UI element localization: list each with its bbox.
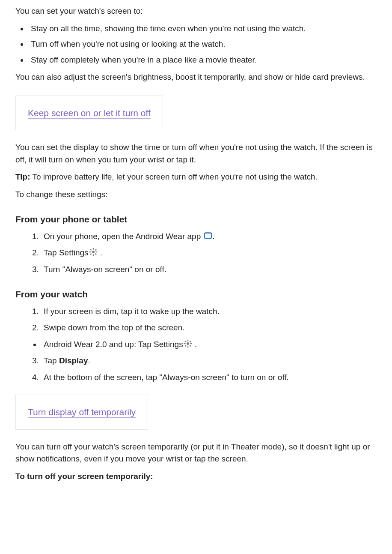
phone-steps: On your phone, open the Android Wear app… (15, 231, 377, 276)
list-item: Turn off when you're not using or lookin… (28, 38, 377, 51)
list-item: At the bottom of the screen, tap "Always… (41, 371, 377, 384)
list-item: If your screen is dim, tap it to wake up… (41, 305, 377, 318)
watch-inner-bullet: Android Wear 2.0 and up: Tap Settings . (15, 338, 377, 351)
list-item: Swipe down from the top of the screen. (41, 322, 377, 334)
svg-rect-2 (92, 248, 93, 250)
keep-screen-link[interactable]: Keep screen on or let it turn off (28, 108, 151, 119)
gear-icon (183, 339, 193, 348)
turn-display-off-link[interactable]: Turn display off temporarily (28, 407, 136, 418)
svg-rect-16 (189, 344, 191, 346)
list-item: Stay off completely when you're in a pla… (28, 54, 377, 66)
step-text-bold: Display (59, 356, 88, 365)
step-text: Tap Settings (44, 248, 89, 257)
step-text-post: . (213, 232, 215, 241)
from-watch-heading: From your watch (15, 287, 377, 301)
android-wear-icon (203, 231, 213, 240)
tip-text: To improve battery life, let your screen… (30, 172, 317, 181)
svg-rect-5 (95, 252, 97, 252)
watch-steps-a: If your screen is dim, tap it to wake up… (15, 305, 377, 334)
keep-screen-card[interactable]: Keep screen on or let it turn off (15, 96, 163, 131)
list-item: Turn "Always-on screen" on or off. (41, 264, 377, 276)
step-text-pre: Tap (44, 356, 59, 365)
section1-p2: To change these settings: (15, 189, 377, 201)
from-phone-heading: From your phone or tablet (15, 213, 377, 226)
turn-display-off-card[interactable]: Turn display off temporarily (15, 395, 148, 430)
svg-rect-9 (95, 249, 96, 251)
list-item: Stay on all the time, showing the time e… (28, 23, 377, 35)
svg-rect-7 (95, 253, 96, 255)
svg-rect-12 (187, 346, 188, 347)
list-item: Android Wear 2.0 and up: Tap Settings . (41, 338, 377, 351)
svg-rect-0 (204, 233, 211, 238)
svg-rect-17 (184, 344, 186, 346)
svg-rect-3 (92, 255, 93, 256)
svg-rect-8 (90, 253, 92, 255)
list-item: Tap Settings . (41, 247, 377, 259)
section2-p1: You can turn off your watch's screen tem… (15, 441, 377, 465)
svg-point-1 (92, 251, 95, 253)
bullet-text-post: . (193, 340, 197, 349)
step-text-post: . (88, 356, 90, 365)
svg-rect-4 (89, 252, 91, 252)
intro-text: You can set your watch's screen to: (15, 5, 377, 18)
section1-p1: You can set the display to show the time… (15, 141, 377, 166)
watch-steps-b: Tap Display. At the bottom of the screen… (15, 355, 377, 383)
section2-p2: To turn off your screen temporarily: (15, 470, 377, 483)
list-item: Tap Display. (41, 355, 377, 367)
gear-icon (89, 247, 98, 257)
step-text-post: . (98, 248, 103, 257)
step-text: On your phone, open the Android Wear app (44, 232, 203, 241)
bullet-text: Android Wear 2.0 and up: Tap Settings (44, 340, 183, 349)
options-list: Stay on all the time, showing the time e… (15, 23, 377, 66)
svg-rect-15 (184, 340, 186, 342)
svg-rect-11 (187, 339, 188, 341)
svg-rect-6 (90, 249, 92, 251)
section1-tip: Tip: To improve battery life, let your s… (15, 171, 377, 183)
svg-rect-18 (189, 340, 191, 342)
tip-label: Tip: (15, 172, 30, 181)
svg-point-10 (187, 342, 189, 345)
svg-rect-14 (190, 343, 192, 344)
svg-rect-13 (184, 343, 186, 344)
intro-after-text: You can also adjust the screen's brightn… (15, 71, 377, 84)
list-item: On your phone, open the Android Wear app… (41, 231, 377, 243)
